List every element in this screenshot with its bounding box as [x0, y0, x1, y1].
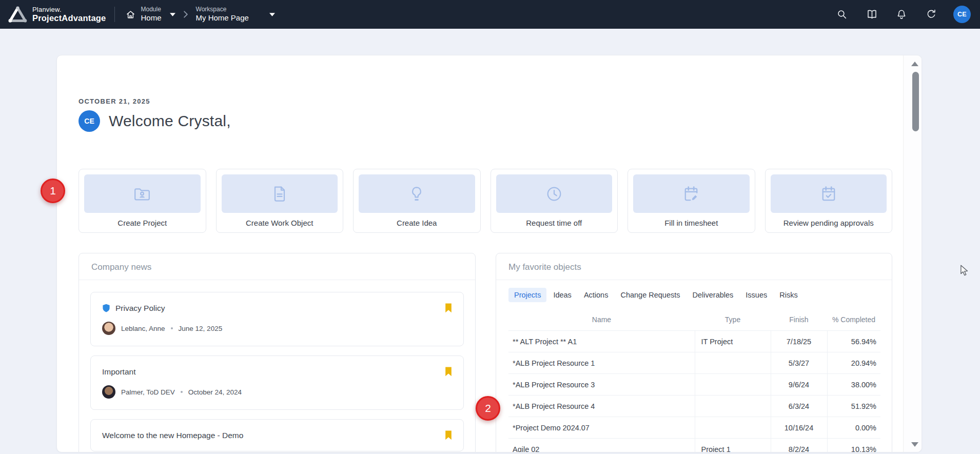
table-row[interactable]: *ALB Project Resource 1 5/3/27 20.94%: [508, 352, 880, 374]
brand-line1: Planview.: [32, 6, 106, 13]
module-label: Module: [141, 6, 162, 13]
table-row[interactable]: *Project Demo 2024.07 10/16/24 0.00%: [508, 417, 880, 439]
create-idea-card[interactable]: Create Idea: [353, 169, 481, 233]
privacy-shield-icon: [102, 304, 110, 313]
bookmark-icon[interactable]: [445, 303, 452, 313]
table-row[interactable]: *ALB Project Resource 4 6/3/24 51.92%: [508, 396, 880, 417]
lightbulb-icon: [359, 174, 475, 213]
folder-user-icon: [84, 174, 201, 213]
calendar-check-icon: [771, 174, 887, 213]
home-page-panel: OCTOBER 21, 2025 CE Welcome Crystal, Cre…: [56, 55, 922, 452]
top-navbar: Planview. ProjectAdvantage Module Home W…: [0, 0, 980, 29]
search-icon[interactable]: [836, 8, 848, 21]
mouse-cursor: [959, 265, 969, 279]
cell-pct: 38.00%: [827, 374, 880, 396]
table-row[interactable]: Agile 02 Project 1 8/2/24 10.13%: [508, 439, 880, 453]
cell-pct: 51.92%: [827, 396, 880, 417]
cell-name: *Project Demo 2024.07: [508, 417, 695, 439]
refresh-icon[interactable]: [925, 8, 937, 21]
table-row[interactable]: ** ALT Project ** A1 IT Project 7/18/25 …: [508, 331, 880, 352]
workspace-label: Workspace: [196, 6, 249, 13]
tab-change-requests[interactable]: Change Requests: [615, 288, 685, 302]
chevron-right-icon: [184, 11, 188, 18]
create-work-object-card[interactable]: Create Work Object: [216, 169, 344, 233]
request-time-off-card[interactable]: Request time off: [491, 169, 618, 233]
workspace-selector[interactable]: Workspace My Home Page: [195, 4, 276, 25]
brand-line2: ProjectAdvantage: [32, 13, 106, 23]
create-work-object-label: Create Work Object: [222, 219, 338, 227]
create-project-label: Create Project: [84, 219, 201, 227]
request-time-off-label: Request time off: [496, 219, 613, 227]
cell-type: [695, 417, 771, 439]
column-type: Type: [695, 310, 771, 331]
meta-dot: [171, 327, 173, 329]
fill-in-timesheet-label: Fill in timesheet: [633, 219, 750, 227]
scrollbar-thumb[interactable]: [912, 72, 919, 131]
bookmark-icon[interactable]: [445, 430, 452, 440]
document-icon: [222, 174, 338, 213]
favorite-objects-title: My favorite objects: [496, 253, 892, 280]
news-item-title: Welcome to the new Homepage - Demo: [102, 431, 243, 440]
module-selector[interactable]: Module Home: [124, 4, 177, 25]
cell-type: IT Project: [695, 331, 771, 352]
cell-finish: 9/6/24: [771, 374, 827, 396]
cell-finish: 8/2/24: [771, 439, 827, 453]
cell-type: [695, 396, 771, 417]
author-name: Leblanc, Anne: [121, 325, 165, 332]
current-date: OCTOBER 21, 2025: [79, 97, 892, 105]
greeting-text: Welcome Crystal,: [109, 112, 231, 130]
user-avatar[interactable]: CE: [953, 6, 971, 23]
tab-risks[interactable]: Risks: [774, 288, 803, 302]
cell-pct: 10.13%: [827, 439, 880, 453]
navbar-divider: [114, 7, 115, 22]
module-value: Home: [141, 13, 162, 23]
news-item[interactable]: Welcome to the new Homepage - Demo: [90, 419, 464, 451]
review-pending-approvals-label: Review pending approvals: [771, 219, 887, 227]
favorite-objects-section: My favorite objects Projects Ideas Actio…: [496, 253, 892, 452]
cell-pct: 20.94%: [827, 352, 880, 374]
welcome-header: CE Welcome Crystal,: [79, 110, 892, 132]
fill-in-timesheet-card[interactable]: Fill in timesheet: [628, 169, 755, 233]
planview-brand[interactable]: Planview. ProjectAdvantage: [8, 6, 106, 23]
table-row[interactable]: *ALB Project Resource 3 9/6/24 38.00%: [508, 374, 880, 396]
tab-actions[interactable]: Actions: [578, 288, 614, 302]
column-name: Name: [508, 310, 695, 331]
cell-name: Agile 02: [508, 439, 695, 453]
news-item-title: Privacy Policy: [115, 304, 165, 313]
knowledge-book-icon[interactable]: [866, 8, 878, 21]
notifications-bell-icon[interactable]: [895, 8, 908, 21]
cell-finish: 7/18/25: [771, 331, 827, 352]
column-finish: Finish: [771, 310, 827, 331]
cell-finish: 6/3/24: [771, 396, 827, 417]
author-name: Palmer, ToD DEV: [121, 388, 175, 396]
cell-type: [695, 352, 771, 374]
bookmark-icon[interactable]: [445, 367, 452, 377]
cell-name: *ALB Project Resource 4: [508, 396, 695, 417]
create-project-card[interactable]: Create Project: [79, 169, 206, 233]
tab-deliverables[interactable]: Deliverables: [687, 288, 739, 302]
scroll-down-arrow[interactable]: [911, 442, 918, 447]
cell-finish: 10/16/24: [771, 417, 827, 439]
home-icon: [125, 9, 136, 20]
news-item[interactable]: Important Palmer, ToD DEV October 24, 20…: [90, 356, 464, 410]
chevron-down-icon: [269, 13, 275, 16]
news-item-title: Important: [102, 367, 135, 377]
meta-dot: [181, 391, 183, 393]
cell-pct: 56.94%: [827, 331, 880, 352]
tab-projects[interactable]: Projects: [508, 288, 546, 302]
cell-name: ** ALT Project ** A1: [508, 331, 695, 352]
tab-ideas[interactable]: Ideas: [547, 288, 577, 302]
cell-type: [695, 374, 771, 396]
review-pending-approvals-card[interactable]: Review pending approvals: [765, 169, 893, 233]
planview-logo-icon: [8, 6, 27, 23]
annotation-badge-1: 1: [41, 179, 65, 203]
annotation-badge-2: 2: [476, 396, 500, 421]
favorites-tab-bar: Projects Ideas Actions Change Requests D…: [508, 288, 879, 302]
scroll-up-arrow[interactable]: [911, 62, 918, 66]
cell-pct: 0.00%: [827, 417, 880, 439]
news-date: October 24, 2024: [188, 388, 242, 396]
calendar-edit-icon: [633, 174, 750, 213]
tab-issues[interactable]: Issues: [740, 288, 773, 302]
news-item[interactable]: Privacy Policy Leblanc, Anne June 12, 20…: [90, 292, 464, 346]
chevron-down-icon: [170, 13, 175, 16]
